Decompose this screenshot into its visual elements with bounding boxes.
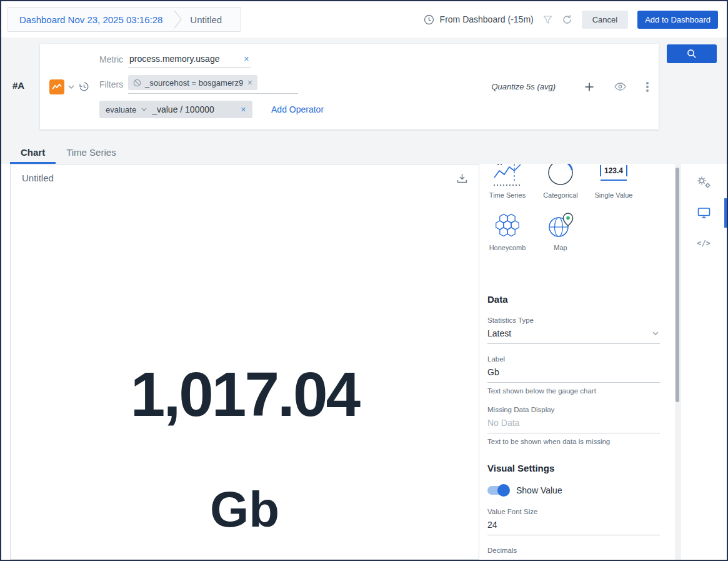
- chart-type-map[interactable]: Map: [541, 210, 581, 251]
- eye-icon[interactable]: [614, 83, 626, 91]
- filters-label: Filters: [99, 79, 127, 89]
- filter-remove-icon[interactable]: [247, 79, 252, 86]
- query-card-actions: Quantize 5s (avg): [491, 44, 649, 129]
- clock-icon: [424, 14, 434, 25]
- metrics-panel-editor: Dashboard Nov 23, 2025 03:16:28 Untitled…: [0, 0, 728, 561]
- statistics-type-value: Latest: [487, 328, 511, 338]
- operator-expression[interactable]: _value / 100000: [152, 104, 236, 114]
- block-icon[interactable]: [133, 79, 141, 87]
- chart-unit-label: Gb: [11, 483, 479, 536]
- refresh-icon[interactable]: [562, 14, 572, 25]
- add-plus-icon[interactable]: [584, 82, 594, 92]
- history-icon[interactable]: [78, 81, 90, 93]
- value-font-size-label: Value Font Size: [487, 508, 660, 515]
- chart-type-time-series[interactable]: 77 Time Series: [487, 164, 527, 199]
- single-value-chart: 1,017.04 Gb: [11, 183, 479, 536]
- chart-type-label: Single Value: [594, 191, 634, 199]
- settings-scrollbar[interactable]: [675, 164, 680, 560]
- view-tabs: Chart Time Series: [1, 141, 727, 164]
- download-icon[interactable]: [457, 173, 467, 183]
- missing-data-help-text: Text to be shown when data is missing: [487, 438, 660, 445]
- chart-header: Untitled: [11, 164, 479, 183]
- filter-chip[interactable]: _sourcehost = bosgamerz9: [128, 75, 257, 90]
- label-input[interactable]: Gb: [487, 363, 660, 383]
- query-row-id: #A: [12, 80, 24, 91]
- breadcrumb-chevron-icon: [174, 10, 182, 29]
- chart-type-single-value[interactable]: 123.4 Single Value: [594, 164, 634, 199]
- tab-time-series[interactable]: Time Series: [56, 147, 126, 164]
- svg-text:77: 77: [497, 164, 503, 166]
- statistics-type-label: Statistics Type: [487, 316, 660, 324]
- statistics-type-field: Statistics Type Latest: [487, 316, 660, 344]
- chart-type-honeycomb[interactable]: Honeycomb: [487, 210, 527, 251]
- add-operator-link[interactable]: Add Operator: [271, 104, 324, 114]
- chevron-down-icon[interactable]: [68, 85, 74, 89]
- cancel-button[interactable]: Cancel: [582, 11, 628, 29]
- settings-scroll-content: 77 Time Series: [487, 164, 660, 554]
- breadcrumb: Dashboard Nov 23, 2025 03:16:28 Untitled: [7, 7, 241, 32]
- show-value-row: Show Value: [487, 484, 660, 497]
- run-search-button[interactable]: [667, 44, 717, 63]
- value-font-size-input[interactable]: 24: [487, 515, 660, 535]
- value-font-size-value: 24: [487, 520, 497, 530]
- tab-chart[interactable]: Chart: [10, 147, 56, 164]
- map-icon: [541, 210, 581, 240]
- kebab-menu-icon[interactable]: [646, 82, 649, 92]
- chart-type-label: Honeycomb: [487, 244, 527, 251]
- metrics-query-icon[interactable]: [49, 79, 64, 94]
- metric-clear-icon[interactable]: [244, 55, 249, 63]
- metric-input[interactable]: process.memory.usage: [128, 52, 251, 68]
- chevron-down-icon: [652, 331, 659, 335]
- single-value-icon-text: 123.4: [604, 166, 623, 175]
- label-field-label: Label: [487, 355, 660, 363]
- value-font-size-field: Value Font Size 24: [487, 508, 660, 535]
- operator-chip[interactable]: evaluate _value / 100000: [99, 101, 252, 118]
- topbar: Dashboard Nov 23, 2025 03:16:28 Untitled…: [1, 1, 727, 38]
- quantize-label[interactable]: Quantize 5s (avg): [491, 82, 556, 91]
- categorical-icon: [541, 164, 581, 188]
- breadcrumb-dashboard-link[interactable]: Dashboard Nov 23, 2025 03:16:28: [8, 14, 174, 25]
- breadcrumb-panel-title: Untitled: [182, 14, 241, 25]
- chart-type-grid: 77 Time Series: [487, 164, 660, 263]
- query-type-controls: [40, 44, 99, 129]
- filters-input[interactable]: _sourcehost = bosgamerz9: [128, 75, 298, 94]
- chart-type-label: Map: [541, 244, 581, 251]
- operator-remove-icon[interactable]: [241, 106, 246, 113]
- right-icon-strip: [680, 164, 727, 560]
- chart-value: 1,017.04: [11, 361, 479, 427]
- search-icon: [687, 49, 697, 59]
- chart-title: Untitled: [22, 173, 54, 183]
- code-icon[interactable]: [697, 238, 711, 249]
- time-range-selector[interactable]: From Dashboard (-15m): [440, 14, 534, 24]
- label-input-value: Gb: [487, 367, 499, 377]
- operator-name[interactable]: evaluate: [106, 105, 136, 114]
- honeycomb-icon: [487, 210, 527, 240]
- chevron-down-icon[interactable]: [141, 108, 147, 111]
- time-series-icon: 77: [487, 164, 527, 188]
- add-to-dashboard-button[interactable]: Add to Dashboard: [637, 11, 718, 29]
- chart-panel: Untitled 1,017.04 Gb: [10, 164, 479, 560]
- gear-icon[interactable]: [697, 176, 711, 188]
- monitor-icon[interactable]: [697, 207, 711, 218]
- show-value-toggle[interactable]: [487, 486, 509, 495]
- single-value-icon: 123.4: [594, 164, 634, 188]
- decimals-label: Decimals: [487, 547, 660, 554]
- missing-data-label: Missing Data Display: [487, 406, 660, 413]
- missing-data-field: Missing Data Display No Data Text to be …: [487, 406, 660, 445]
- missing-data-input[interactable]: No Data: [487, 413, 660, 433]
- chart-type-categorical[interactable]: Categorical: [541, 164, 581, 199]
- query-area: #A Metric process.memory.usage: [1, 38, 727, 141]
- topbar-actions: From Dashboard (-15m) Cancel Add to Dash…: [424, 11, 718, 29]
- data-section-heading: Data: [487, 294, 660, 305]
- chart-type-label: Time Series: [487, 191, 527, 199]
- scrollbar-thumb[interactable]: [676, 168, 679, 402]
- decimals-field: Decimals: [487, 547, 660, 554]
- statistics-type-select[interactable]: Latest: [487, 324, 660, 344]
- visual-settings-heading: Visual Settings: [487, 463, 660, 474]
- label-help-text: Text shown below the gauge chart: [487, 387, 660, 395]
- show-value-label: Show Value: [516, 485, 562, 495]
- content: Untitled 1,017.04 Gb 77: [1, 164, 727, 560]
- filter-chip-text: _sourcehost = bosgamerz9: [145, 78, 243, 88]
- metric-value[interactable]: process.memory.usage: [129, 54, 219, 64]
- filter-funnel-icon[interactable]: [543, 15, 552, 24]
